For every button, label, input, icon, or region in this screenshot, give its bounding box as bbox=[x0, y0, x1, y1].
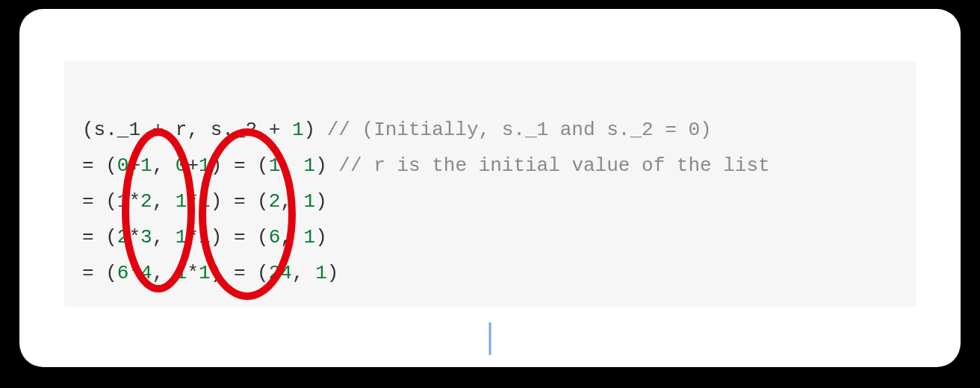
code-line-2: = (0+1, 0+1) = (1, 1) // r is the initia… bbox=[82, 154, 770, 177]
number: 2 bbox=[117, 226, 129, 248]
text-caret bbox=[489, 322, 491, 355]
text: , bbox=[152, 262, 176, 284]
number: 3 bbox=[140, 226, 152, 248]
card: (s._1 + r, s._2 + 1) // (Initially, s._1… bbox=[19, 9, 961, 367]
number: 1 bbox=[292, 119, 304, 141]
operator-times: * bbox=[128, 226, 140, 248]
text: ) bbox=[304, 119, 327, 141]
number: 1 bbox=[199, 262, 211, 284]
operator-times: * bbox=[187, 190, 199, 213]
number: 1 bbox=[176, 226, 187, 248]
number: 1 bbox=[199, 154, 211, 177]
text: ) = ( bbox=[211, 262, 269, 284]
number: 1 bbox=[304, 190, 316, 213]
text: r, s._2 bbox=[164, 119, 268, 141]
text: ) bbox=[327, 262, 339, 284]
text: ) bbox=[315, 190, 327, 213]
code-block: (s._1 + r, s._2 + 1) // (Initially, s._1… bbox=[64, 61, 916, 307]
text: , bbox=[280, 226, 303, 248]
text: , bbox=[152, 226, 176, 248]
text: ) bbox=[315, 226, 327, 248]
number: 1 bbox=[199, 226, 211, 248]
number: 6 bbox=[117, 262, 129, 284]
text: , bbox=[152, 190, 176, 213]
number: 1 bbox=[176, 262, 187, 284]
operator-times: * bbox=[187, 226, 199, 248]
operator-plus: + bbox=[152, 119, 164, 141]
number: 24 bbox=[269, 262, 292, 284]
code-line-3: = (1*2, 1*1) = (2, 1) bbox=[82, 190, 327, 213]
operator-times: * bbox=[128, 262, 140, 284]
operator-times: * bbox=[187, 262, 199, 284]
number: 2 bbox=[140, 190, 152, 213]
text: ) = ( bbox=[211, 226, 269, 248]
code-line-5: = (6*4, 1*1) = (24, 1) bbox=[82, 262, 338, 284]
operator-plus: + bbox=[128, 154, 140, 177]
text: ) bbox=[315, 154, 338, 177]
code-line-4: = (2*3, 1*1) = (6, 1) bbox=[82, 226, 327, 248]
number: 1 bbox=[304, 226, 316, 248]
comment: // r is the initial value of the list bbox=[338, 154, 769, 177]
number: 0 bbox=[117, 154, 129, 177]
text bbox=[280, 119, 292, 141]
text: , bbox=[280, 190, 303, 213]
text: , bbox=[280, 154, 303, 177]
operator-times: * bbox=[128, 190, 140, 213]
text: , bbox=[292, 262, 315, 284]
text: = ( bbox=[82, 190, 117, 213]
text: = ( bbox=[82, 226, 117, 248]
number: 1 bbox=[269, 154, 281, 177]
code-line-1: (s._1 + r, s._2 + 1) // (Initially, s._1… bbox=[82, 119, 712, 141]
number: 1 bbox=[315, 262, 327, 284]
number: 1 bbox=[304, 154, 316, 177]
operator-plus: + bbox=[269, 119, 281, 141]
text: = ( bbox=[82, 262, 117, 284]
text: ) = ( bbox=[211, 190, 269, 213]
comment: // (Initially, s._1 and s._2 = 0) bbox=[327, 119, 712, 141]
operator-plus: + bbox=[187, 154, 199, 177]
number: 1 bbox=[176, 190, 187, 213]
number: 6 bbox=[269, 226, 281, 248]
text: = ( bbox=[82, 154, 117, 177]
number: 0 bbox=[176, 154, 187, 177]
text: (s._1 bbox=[82, 119, 152, 141]
number: 1 bbox=[140, 154, 152, 177]
text: ) = ( bbox=[211, 154, 269, 177]
number: 1 bbox=[117, 190, 129, 213]
number: 2 bbox=[269, 190, 281, 213]
number: 1 bbox=[199, 190, 211, 213]
number: 4 bbox=[140, 262, 152, 284]
text: , bbox=[152, 154, 176, 177]
